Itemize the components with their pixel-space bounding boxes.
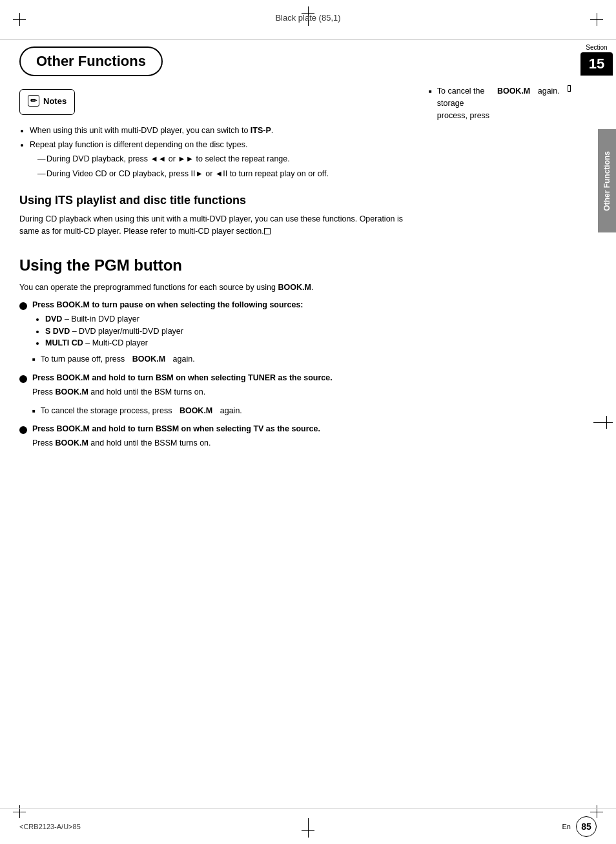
notes-box: ✏ Notes [19, 89, 75, 115]
section-its-body: During CD playback when using this unit … [19, 213, 409, 238]
right-cancel-text: To cancel the storage process, press BOO… [429, 85, 571, 121]
pgm-item-2-content: Press BOOK.M and hold to turn BSM on whe… [32, 373, 333, 421]
circle-bullet-3 [19, 426, 27, 434]
footer-code: <CRB2123-A/U>85 [19, 823, 81, 830]
section-block: Section 15 [577, 44, 616, 76]
pgm-item-3-heading: Press BOOK.M and hold to turn BSSM on wh… [32, 424, 320, 433]
page-title: Other Functions [36, 53, 146, 69]
footer-right: En 85 [562, 816, 597, 837]
pgm-item-1-heading: Press BOOK.M to turn pause on when selec… [32, 300, 303, 309]
pgm-item-2-heading: Press BOOK.M and hold to turn BSM on whe… [32, 373, 333, 382]
right-cancel-note: To cancel the storage process, press BOO… [429, 85, 571, 121]
notes-list: When using this unit with multi-DVD play… [19, 125, 409, 180]
pgm-item-3: Press BOOK.M and hold to turn BSSM on wh… [19, 424, 409, 456]
main-content: Other Functions ✏ Notes When using this … [19, 40, 571, 805]
pgm-item-3-body: Press BOOK.M and hold until the BSSM tur… [32, 437, 320, 449]
notes-label: Notes [43, 96, 67, 106]
section-its-heading: Using ITS playlist and disc title functi… [19, 193, 409, 208]
right-column: To cancel the storage process, press BOO… [429, 40, 571, 805]
circle-bullet-1 [19, 302, 27, 310]
section-label: Section [586, 44, 607, 51]
right-cross [600, 416, 613, 429]
notes-sublist: During DVD playback, press ◄◄ or ►► to s… [30, 153, 409, 180]
section-pgm: Using the PGM button You can operate the… [19, 256, 409, 456]
page-header: Black plate (85,1) [0, 0, 616, 40]
footer-page: 85 [576, 816, 597, 837]
sidebar-label-text: Other Functions [602, 151, 611, 211]
pgm-item-1: Press BOOK.M to turn pause on when selec… [19, 300, 409, 369]
pgm-item-2-note: To cancel the storage process, press BOO… [32, 405, 333, 417]
notes-header: ✏ Notes [28, 95, 67, 107]
pgm-item-3-content: Press BOOK.M and hold to turn BSSM on wh… [32, 424, 320, 456]
header-title: Black plate (85,1) [275, 13, 340, 23]
section-end-box [264, 228, 271, 234]
pgm-item-1-note: To turn pause off, press BOOK.M again. [32, 353, 303, 365]
pgm-source-multicd: MULTI CD – Multi-CD player [45, 337, 303, 349]
pgm-item-2-body: Press BOOK.M and hold until the BSM turn… [32, 386, 333, 398]
notes-item-1: When using this unit with multi-DVD play… [30, 125, 409, 137]
pgm-item-1-content: Press BOOK.M to turn pause on when selec… [32, 300, 303, 369]
section-pgm-heading: Using the PGM button [19, 256, 409, 275]
right-end-box [568, 85, 571, 92]
left-column: Other Functions ✏ Notes When using this … [19, 40, 409, 805]
notes-item-2: Repeat play function is different depend… [30, 139, 409, 180]
section-its: Using ITS playlist and disc title functi… [19, 193, 409, 238]
section-pgm-intro: You can operate the preprogrammed functi… [19, 282, 409, 294]
notes-section: ✏ Notes When using this unit with multi-… [19, 89, 409, 180]
notes-icon: ✏ [28, 95, 39, 107]
notes-subitem-2: During Video CD or CD playback, press II… [37, 168, 409, 180]
footer-lang: En [562, 823, 571, 830]
circle-bullet-2 [19, 375, 27, 383]
sidebar-label: Other Functions [598, 129, 616, 232]
notes-subitem-1: During DVD playback, press ◄◄ or ►► to s… [37, 153, 409, 165]
pgm-source-sdvd: S DVD – DVD player/multi-DVD player [45, 325, 303, 338]
section-number: 15 [580, 52, 613, 76]
center-cross-bottom [302, 825, 314, 838]
pgm-sources-list: DVD – Built-in DVD player S DVD – DVD pl… [32, 313, 303, 349]
pgm-source-dvd: DVD – Built-in DVD player [45, 313, 303, 325]
title-box: Other Functions [19, 46, 163, 76]
pgm-item-2: Press BOOK.M and hold to turn BSM on whe… [19, 373, 409, 421]
